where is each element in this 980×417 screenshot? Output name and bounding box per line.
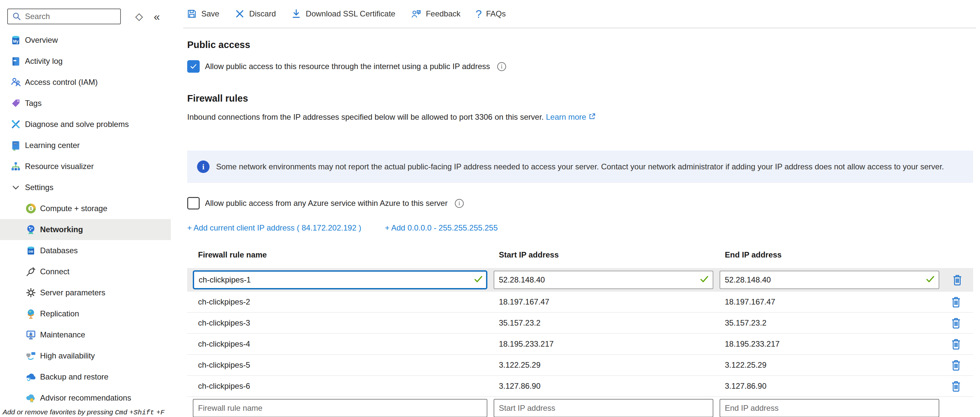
- discard-x-icon: [234, 8, 245, 19]
- new-start-ip-input[interactable]: [493, 399, 713, 417]
- sidebar-item-label: Databases: [40, 246, 78, 255]
- sidebar-item-databases[interactable]: DB Databases: [0, 240, 171, 261]
- chevron-down-icon: [10, 182, 22, 193]
- sidebar-item-resource-visualizer[interactable]: Resource visualizer: [0, 156, 171, 177]
- sidebar-item-maintenance[interactable]: Maintenance: [0, 324, 171, 345]
- sidebar-item-advisor[interactable]: Advisor recommendations: [0, 387, 171, 409]
- info-icon[interactable]: i: [497, 62, 506, 71]
- sidebar-search-row: ◇ «: [0, 0, 171, 30]
- public-access-checkbox[interactable]: [187, 60, 200, 73]
- info-icon[interactable]: i: [455, 199, 464, 208]
- delete-rule-button[interactable]: [951, 338, 961, 350]
- column-header-rule-name: Firewall rule name: [193, 250, 487, 262]
- add-range-link[interactable]: + Add 0.0.0.0 - 255.255.255.255: [385, 223, 498, 233]
- firewall-rules-table: Firewall rule name Start IP address End …: [187, 250, 973, 417]
- public-access-checkbox-row: Allow public access to this resource thr…: [187, 60, 973, 73]
- feedback-icon: [410, 8, 422, 19]
- learning-book-icon: 101: [10, 139, 22, 151]
- sidebar-item-backup-restore[interactable]: Backup and restore: [0, 366, 171, 387]
- rule-name-input[interactable]: [193, 270, 487, 289]
- firewall-table-header: Firewall rule name Start IP address End …: [187, 250, 973, 262]
- search-box[interactable]: [7, 8, 121, 24]
- public-access-checkbox-label: Allow public access to this resource thr…: [205, 62, 490, 71]
- feedback-button[interactable]: Feedback: [410, 8, 460, 19]
- sidebar-item-label: Advisor recommendations: [40, 393, 131, 403]
- maintenance-monitor-icon: [25, 329, 37, 341]
- start-ip-input[interactable]: [493, 271, 713, 289]
- sidebar-group-settings[interactable]: Settings: [0, 177, 171, 198]
- new-end-ip-input[interactable]: [719, 399, 939, 417]
- firewall-rule-row: ch-clickpipes-3 35.157.23.2 35.157.23.2: [187, 313, 973, 334]
- sidebar-item-access-control[interactable]: Access control (IAM): [0, 72, 171, 93]
- new-rule-name-input[interactable]: [193, 399, 487, 417]
- sidebar-item-networking[interactable]: Networking: [0, 219, 171, 240]
- sidebar-item-replication[interactable]: Replication: [0, 303, 171, 324]
- sidebar-item-activity-log[interactable]: Activity log: [0, 51, 171, 72]
- column-header-start-ip: Start IP address: [493, 250, 713, 262]
- add-client-ip-link[interactable]: + Add current client IP address ( 84.172…: [187, 223, 361, 233]
- advisor-cloud-icon: [25, 392, 37, 404]
- gear-icon: [25, 287, 37, 299]
- sidebar-item-label: High availability: [40, 351, 95, 360]
- backup-cloud-icon: [25, 371, 37, 383]
- sidebar-item-label: Backup and restore: [40, 372, 108, 382]
- sidebar-item-label: Activity log: [25, 57, 63, 66]
- command-bar: Save Discard Download SSL Certificate Fe…: [183, 0, 976, 28]
- delete-rule-button[interactable]: [951, 317, 961, 329]
- delete-rule-button[interactable]: [951, 380, 961, 392]
- valid-check-icon: [474, 276, 483, 284]
- delete-rule-button[interactable]: [951, 296, 961, 308]
- sidebar-item-label: Replication: [40, 309, 79, 318]
- sidebar-item-server-parameters[interactable]: Server parameters: [0, 282, 171, 303]
- favorites-hint: Add or remove favorites by pressing Cmd …: [3, 408, 164, 416]
- firewall-rule-row: ch-clickpipes-6 3.127.86.90 3.127.86.90: [187, 376, 973, 397]
- valid-check-icon: [700, 276, 709, 284]
- save-icon: [186, 8, 197, 19]
- sidebar-item-label: Connect: [40, 267, 69, 276]
- rule-name-cell: ch-clickpipes-2: [193, 297, 487, 307]
- end-ip-input[interactable]: [719, 271, 939, 289]
- delete-rule-button[interactable]: [952, 274, 963, 286]
- sidebar-item-label: Compute + storage: [40, 204, 107, 213]
- faqs-button[interactable]: ? FAQs: [476, 8, 506, 19]
- sidebar-item-high-availability[interactable]: High availability: [0, 345, 171, 366]
- networking-globe-icon: [25, 224, 37, 235]
- sidebar-item-overview[interactable]: My Overview: [0, 30, 171, 51]
- add-ip-links-row: + Add current client IP address ( 84.172…: [187, 223, 973, 233]
- rule-name-cell: ch-clickpipes-5: [193, 360, 487, 370]
- info-banner-text: Some network environments may not report…: [216, 162, 944, 171]
- tag-icon: [10, 97, 22, 109]
- discard-button[interactable]: Discard: [234, 8, 276, 19]
- sidebar-item-connect[interactable]: Connect: [0, 261, 171, 282]
- learn-more-link[interactable]: Learn more: [546, 112, 586, 121]
- save-button[interactable]: Save: [186, 8, 220, 19]
- resource-menu-sidebar: ◇ « My Overview Activity log Access cont…: [0, 0, 171, 417]
- sidebar-item-compute-storage[interactable]: $ Compute + storage: [0, 198, 171, 219]
- download-icon: [291, 8, 301, 19]
- collapse-menu-icon[interactable]: «: [154, 10, 160, 23]
- delete-rule-button[interactable]: [951, 359, 961, 371]
- sidebar-item-tags[interactable]: Tags: [0, 93, 171, 114]
- sidebar-item-label: Overview: [25, 35, 58, 45]
- svg-text:$: $: [30, 206, 32, 211]
- search-input[interactable]: [22, 9, 120, 24]
- tree-diagram-icon: [10, 160, 22, 173]
- sidebar-item-learning-center[interactable]: 101 Learning center: [0, 135, 171, 156]
- rule-name-cell: ch-clickpipes-3: [193, 318, 487, 328]
- networking-pane: Save Discard Download SSL Certificate Fe…: [171, 0, 980, 417]
- favorites-hint-shortcut: Cmd +Shift +F: [115, 409, 164, 416]
- sidebar-item-diagnose[interactable]: Diagnose and solve problems: [0, 114, 171, 135]
- end-ip-cell: 18.197.167.47: [719, 297, 939, 307]
- end-ip-cell: 35.157.23.2: [719, 318, 939, 328]
- start-ip-cell: 3.122.25.29: [493, 360, 713, 370]
- column-header-end-ip: End IP address: [719, 250, 939, 262]
- svg-text:101: 101: [13, 142, 17, 145]
- sidebar-item-label: Maintenance: [40, 330, 85, 339]
- azure-services-checkbox[interactable]: [187, 197, 200, 209]
- firewall-rule-row: ch-clickpipes-4 18.195.233.217 18.195.23…: [187, 334, 973, 355]
- download-ssl-button[interactable]: Download SSL Certificate: [291, 8, 395, 19]
- mysql-server-icon: My: [10, 34, 22, 46]
- pin-diamond-icon[interactable]: ◇: [135, 10, 143, 23]
- question-mark-icon: ?: [476, 8, 482, 19]
- new-rule-row: [187, 399, 973, 417]
